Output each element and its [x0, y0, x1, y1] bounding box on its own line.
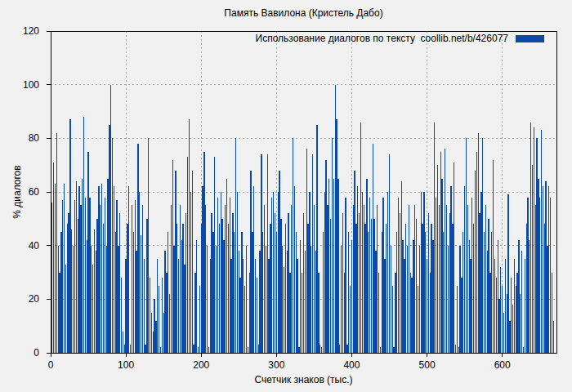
- bar: [55, 184, 56, 353]
- bar: [425, 232, 426, 353]
- bar: [92, 265, 93, 353]
- bar: [182, 224, 183, 353]
- bar: [407, 246, 408, 353]
- bar: [440, 152, 441, 353]
- bar: [160, 347, 161, 353]
- bar: [475, 171, 476, 353]
- bar: [291, 205, 292, 353]
- bar: [418, 286, 418, 353]
- bar: [115, 232, 116, 353]
- bar: [230, 259, 231, 353]
- bar: [526, 224, 527, 353]
- bar: [203, 152, 204, 353]
- bar: [494, 259, 495, 353]
- bar: [498, 240, 498, 353]
- bar: [211, 213, 212, 353]
- bar: [359, 213, 360, 353]
- bar: [441, 179, 442, 353]
- bar: [450, 186, 451, 353]
- bar: [128, 186, 129, 353]
- bar: [401, 181, 402, 353]
- x-tick-label: 600: [494, 359, 511, 371]
- bar: [539, 198, 540, 353]
- bar: [373, 144, 373, 353]
- bar: [148, 138, 149, 353]
- bar: [62, 200, 63, 353]
- bar: [373, 219, 374, 353]
- bar: [226, 179, 227, 353]
- bar: [400, 213, 400, 353]
- bar: [214, 157, 215, 353]
- bar: [249, 273, 250, 354]
- bar: [297, 259, 297, 353]
- bar: [369, 198, 370, 353]
- bar: [478, 133, 479, 353]
- bar: [51, 203, 52, 353]
- bar: [284, 267, 284, 353]
- bar: [307, 224, 308, 353]
- bar: [485, 205, 486, 353]
- x-tick-label: 0: [48, 359, 54, 371]
- bar: [130, 345, 131, 353]
- bar: [264, 205, 265, 353]
- bar: [244, 286, 245, 353]
- bar: [127, 224, 127, 353]
- bar: [314, 205, 315, 353]
- bar: [312, 154, 313, 353]
- bar: [67, 224, 68, 353]
- bar: [141, 235, 141, 353]
- bar: [463, 232, 463, 353]
- y-tick-label: 20: [29, 293, 40, 305]
- bar: [232, 213, 233, 353]
- bar: [65, 265, 66, 353]
- bar: [116, 200, 117, 353]
- bar: [386, 224, 387, 353]
- bar: [339, 345, 340, 353]
- bar: [458, 347, 459, 353]
- bar: [333, 179, 334, 353]
- bar: [298, 347, 299, 353]
- bar: [518, 240, 519, 353]
- bar: [348, 232, 349, 353]
- bar: [416, 219, 417, 353]
- bar: [239, 251, 239, 353]
- bar: [119, 213, 120, 353]
- bar: [246, 246, 247, 353]
- bar: [135, 200, 136, 353]
- bar: [354, 171, 355, 353]
- bar: [184, 265, 185, 353]
- bar: [109, 125, 109, 353]
- bar: [552, 273, 552, 354]
- bar: [360, 122, 361, 353]
- bar: [324, 192, 325, 353]
- bar: [125, 259, 126, 353]
- bar: [318, 273, 319, 354]
- bar: [377, 205, 378, 353]
- bar: [282, 246, 283, 353]
- bar: [137, 144, 138, 353]
- bar: [414, 205, 415, 353]
- x-tick-label: 200: [193, 359, 209, 371]
- bar: [153, 332, 154, 353]
- bar: [303, 213, 304, 353]
- bar: [387, 192, 388, 353]
- bar: [255, 259, 256, 353]
- bar: [154, 299, 154, 353]
- bar: [493, 160, 494, 353]
- bar: [276, 232, 277, 353]
- bar: [74, 200, 75, 353]
- bar: [344, 273, 345, 354]
- bar: [241, 232, 242, 353]
- bar: [467, 205, 468, 353]
- bar: [446, 205, 447, 353]
- bar: [507, 294, 507, 353]
- bar: [384, 259, 385, 353]
- bar: [323, 232, 324, 353]
- bar: [60, 232, 61, 353]
- bar: [196, 240, 197, 353]
- bar: [532, 165, 533, 353]
- bar: [327, 205, 328, 353]
- bar: [185, 213, 186, 353]
- bar: [503, 313, 504, 353]
- bar: [96, 219, 97, 353]
